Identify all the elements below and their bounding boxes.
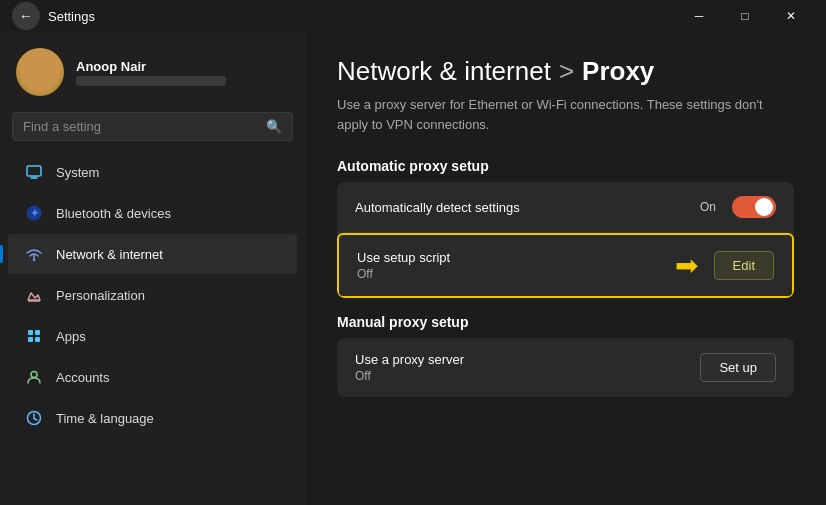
sidebar-item-apps[interactable]: Apps [8,316,297,356]
app-title: Settings [48,9,95,24]
apps-icon [24,326,44,346]
toggle-container: On [700,196,776,218]
personalization-icon [24,285,44,305]
sidebar: Anoop Nair 🔍 System [0,32,305,505]
accounts-icon [24,367,44,387]
setup-script-row: Use setup script Off ➡ Edit [337,233,794,298]
back-icon: ← [19,8,33,24]
sidebar-item-system[interactable]: System [8,152,297,192]
minimize-button[interactable]: ─ [676,0,722,32]
auto-detect-toggle[interactable] [732,196,776,218]
sidebar-item-accounts[interactable]: Accounts [8,357,297,397]
toggle-knob [755,198,773,216]
svg-text:✦: ✦ [30,207,39,219]
setup-script-edit-button[interactable]: Edit [714,251,774,280]
breadcrumb-separator: > [559,56,574,87]
search-icon: 🔍 [266,119,282,134]
user-email [76,76,226,86]
sidebar-item-personalization[interactable]: Personalization [8,275,297,315]
auto-detect-text: Automatically detect settings [355,200,520,215]
user-name: Anoop Nair [76,59,226,74]
automatic-proxy-title: Automatic proxy setup [337,158,794,174]
search-input[interactable] [23,119,258,134]
avatar-image [16,48,64,96]
auto-detect-row: Automatically detect settings On [337,182,794,233]
setup-script-sublabel: Off [357,267,450,281]
sidebar-item-apps-label: Apps [56,329,86,344]
sidebar-item-network[interactable]: Network & internet [8,234,297,274]
content-area: Network & internet > Proxy Use a proxy s… [305,32,826,505]
close-button[interactable]: ✕ [768,0,814,32]
automatic-proxy-card: Automatically detect settings On Use set… [337,182,794,298]
bluetooth-icon: ✦ [24,203,44,223]
manual-proxy-title: Manual proxy setup [337,314,794,330]
window-controls: ─ □ ✕ [676,0,814,32]
setup-script-controls: ➡ Edit [675,249,774,282]
time-icon [24,408,44,428]
breadcrumb-current: Proxy [582,56,654,87]
proxy-server-setup-button[interactable]: Set up [700,353,776,382]
svg-rect-7 [28,330,33,335]
arrow-icon: ➡ [675,249,698,282]
proxy-server-sublabel: Off [355,369,464,383]
page-description: Use a proxy server for Ethernet or Wi-Fi… [337,95,794,134]
sidebar-item-network-label: Network & internet [56,247,163,262]
user-section: Anoop Nair [0,32,305,108]
svg-line-14 [34,419,37,421]
proxy-server-label-group: Use a proxy server Off [355,352,464,383]
sidebar-item-system-label: System [56,165,99,180]
sidebar-item-bluetooth-label: Bluetooth & devices [56,206,171,221]
avatar [16,48,64,96]
setup-script-label: Use setup script [357,250,450,265]
breadcrumb-parent: Network & internet [337,56,551,87]
sidebar-item-personalization-label: Personalization [56,288,145,303]
svg-rect-0 [27,166,41,176]
sidebar-item-time[interactable]: Time & language [8,398,297,438]
system-icon [24,162,44,182]
user-info: Anoop Nair [76,59,226,86]
toggle-state-label: On [700,200,716,214]
setup-script-label-group: Use setup script Off [357,250,450,281]
proxy-server-label: Use a proxy server [355,352,464,367]
title-bar: ← Settings ─ □ ✕ [0,0,826,32]
automatic-proxy-section: Automatic proxy setup Automatically dete… [337,158,794,298]
sidebar-item-accounts-label: Accounts [56,370,109,385]
back-button[interactable]: ← [12,2,40,30]
maximize-button[interactable]: □ [722,0,768,32]
sidebar-item-time-label: Time & language [56,411,154,426]
main-layout: Anoop Nair 🔍 System [0,32,826,505]
sidebar-item-bluetooth[interactable]: ✦ Bluetooth & devices [8,193,297,233]
svg-rect-10 [35,337,40,342]
search-box[interactable]: 🔍 [12,112,293,141]
network-icon [24,244,44,264]
nav-list: System ✦ Bluetooth & devices [0,149,305,505]
svg-point-5 [33,259,35,261]
svg-rect-8 [35,330,40,335]
manual-proxy-card: Use a proxy server Off Set up [337,338,794,397]
proxy-server-row: Use a proxy server Off Set up [337,338,794,397]
breadcrumb: Network & internet > Proxy [337,56,794,87]
svg-rect-9 [28,337,33,342]
manual-proxy-section: Manual proxy setup Use a proxy server Of… [337,314,794,397]
svg-point-11 [31,372,37,378]
auto-detect-label: Automatically detect settings [355,200,520,215]
